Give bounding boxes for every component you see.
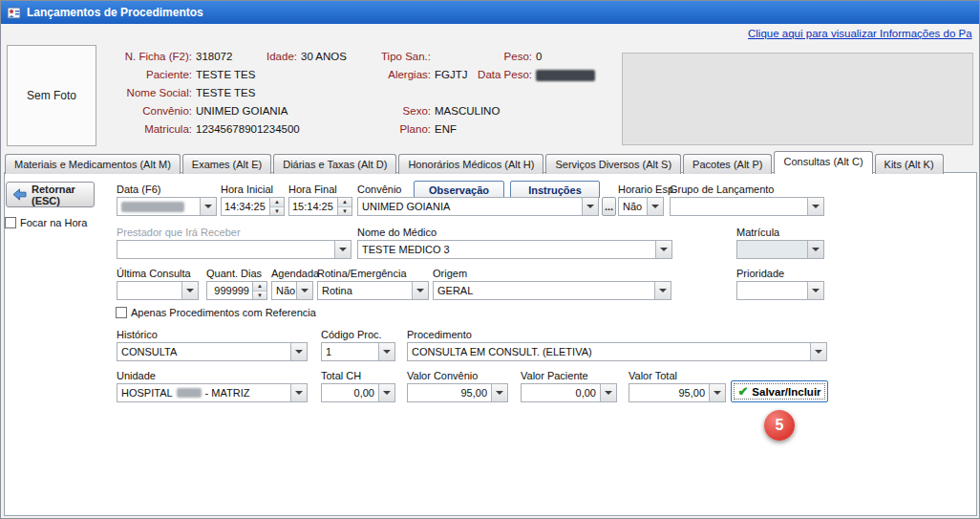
unidade-suffix: - MATRIZ [205,387,250,399]
dropdown-arrow-icon[interactable] [491,384,507,401]
agendada-value: Não [272,282,296,299]
spinner-buttons: ▲▼ [252,282,266,299]
dropdown-arrow-icon[interactable] [600,384,616,401]
data-label: Data (F6) [117,184,160,195]
spin-down-icon[interactable]: ▼ [253,292,266,300]
tipo-san-label: Tipo San.: [362,51,431,62]
hora-final-label: Hora Final [288,184,337,195]
tab-honorarios-medicos[interactable]: Honorários Médicos (Alt H) [398,154,543,174]
agendada-select[interactable]: Não [271,281,313,300]
dropdown-arrow-icon[interactable] [378,384,394,401]
dropdown-arrow-icon[interactable] [654,282,671,299]
tab-diarias-taxas[interactable]: Diárias e Taxas (Alt D) [273,154,396,174]
spin-down-icon[interactable]: ▼ [270,207,284,216]
tab-materiais-medicamentos[interactable]: Materiais e Medicamentos (Alt M) [5,154,181,174]
dropdown-arrow-icon[interactable] [807,282,823,299]
convenio-select[interactable]: UNIMED GOIANIA [357,197,599,216]
dropdown-arrow-icon[interactable] [296,282,312,299]
dropdown-arrow-icon[interactable] [181,282,198,299]
codigo-proc-label: Código Proc. [321,329,382,340]
tab-servicos-diversos[interactable]: Serviços Diversos (Alt S) [545,154,681,174]
grupo-lancamento-select[interactable] [670,197,824,216]
data-peso-label: Data Peso: [467,69,532,80]
dropdown-arrow-icon[interactable] [290,384,307,401]
valor-total-field[interactable]: 95,00 [628,383,726,402]
dropdown-arrow-icon[interactable] [807,198,823,215]
titlebar[interactable]: Lançamentos de Procedimentos [1,1,979,24]
dropdown-arrow-icon[interactable] [290,343,307,360]
prestador-select[interactable] [117,240,352,259]
data-redacted-value [121,202,184,212]
nome-social-label: Nome Social: [95,87,192,98]
app-icon [7,6,21,20]
nome-medico-select[interactable]: TESTE MEDICO 3 [357,240,672,259]
nome-medico-value: TESTE MEDICO 3 [358,241,655,258]
prioridade-select[interactable] [736,281,824,300]
dropdown-arrow-icon[interactable] [709,384,725,401]
quant-dias-spinner[interactable]: 999999 ▲▼ [206,281,267,300]
spin-down-icon[interactable]: ▼ [338,207,352,216]
convenio-value: UNIMED GOIANIA [358,198,582,215]
procedimento-value: CONSULTA EM CONSULT. (ELETIVA) [408,343,810,360]
focar-na-hora-checkbox[interactable]: Focar na Hora [5,217,87,228]
prioridade-label: Prioridade [736,268,784,279]
data-select[interactable] [117,197,217,216]
total-ch-field[interactable]: 0,00 [321,383,395,402]
codigo-proc-select[interactable]: 1 [321,342,395,361]
sexo-value: MASCULINO [435,105,500,117]
unidade-redacted-part [177,388,202,398]
data-value [117,198,200,215]
matricula-header-value: 12345678901234500 [196,123,300,135]
hora-final-spinner[interactable]: 15:14:25 ▲▼ [288,197,352,216]
paciente-label: Paciente: [95,69,192,80]
patient-info-link[interactable]: Clique aqui para visualizar Informações … [748,28,972,39]
dropdown-arrow-icon[interactable] [200,198,216,215]
valor-convenio-field[interactable]: 95,00 [407,383,508,402]
spin-up-icon[interactable]: ▲ [253,282,266,292]
retornar-button[interactable]: Retornar (ESC) [6,182,95,207]
dropdown-arrow-icon[interactable] [810,343,826,360]
hora-inicial-spinner[interactable]: 14:34:25 ▲▼ [221,197,285,216]
procedimento-label: Procedimento [407,329,472,340]
tab-pacotes[interactable]: Pacotes (Alt P) [683,154,772,174]
valor-paciente-label: Valor Paciente [521,370,588,381]
unidade-value: HOSPITAL - MATRIZ [117,384,290,401]
ellipsis-button[interactable]: ... [602,197,616,216]
checkbox-box[interactable] [116,307,127,318]
peso-value: 0 [536,51,542,62]
ficha-label: N. Ficha (F2): [95,51,192,62]
spin-up-icon[interactable]: ▲ [270,198,284,207]
dropdown-arrow-icon[interactable] [412,282,428,299]
window-title: Lançamentos de Procedimentos [27,6,203,19]
dropdown-arrow-icon[interactable] [655,241,671,258]
hora-final-value: 15:14:25 [289,198,337,215]
apenas-referencia-checkbox[interactable]: Apenas Procedimentos com Referencia [116,307,316,318]
rotina-emergencia-select[interactable]: Rotina [317,281,429,300]
convenio-header-value: UNIMED GOIANIA [196,105,288,117]
checkbox-box[interactable] [5,217,16,228]
dropdown-arrow-icon[interactable] [334,241,351,258]
prioridade-value [737,282,807,299]
historico-select[interactable]: CONSULTA [117,342,308,361]
procedures-window: Lançamentos de Procedimentos Clique aqui… [0,0,980,519]
photo-placeholder-text: Sem Foto [27,89,76,102]
spinner-buttons: ▲▼ [337,198,352,215]
ultima-consulta-select[interactable] [117,281,199,300]
origem-select[interactable]: GERAL [433,281,671,300]
dropdown-arrow-icon[interactable] [582,198,598,215]
sexo-label: Sexo: [362,105,431,117]
spin-up-icon[interactable]: ▲ [338,198,352,207]
tab-exames[interactable]: Exames (Alt E) [182,154,271,174]
dropdown-arrow-icon[interactable] [378,343,394,360]
tab-consultas[interactable]: Consultas (Alt C) [774,151,872,174]
matricula-header-label: Matricula: [95,123,192,135]
ficha-value: 318072 [196,51,232,62]
procedimento-select[interactable]: CONSULTA EM CONSULT. (ELETIVA) [407,342,827,361]
step-badge: 5 [764,410,795,441]
valor-paciente-field[interactable]: 0,00 [521,383,617,402]
dropdown-arrow-icon[interactable] [647,198,663,215]
tab-kits[interactable]: Kits (Alt K) [875,154,944,174]
horario-esp-select[interactable]: Não [618,197,664,216]
salvar-incluir-button[interactable]: ✔ Salvar/Incluir [731,380,828,402]
unidade-select[interactable]: HOSPITAL - MATRIZ [117,383,308,402]
